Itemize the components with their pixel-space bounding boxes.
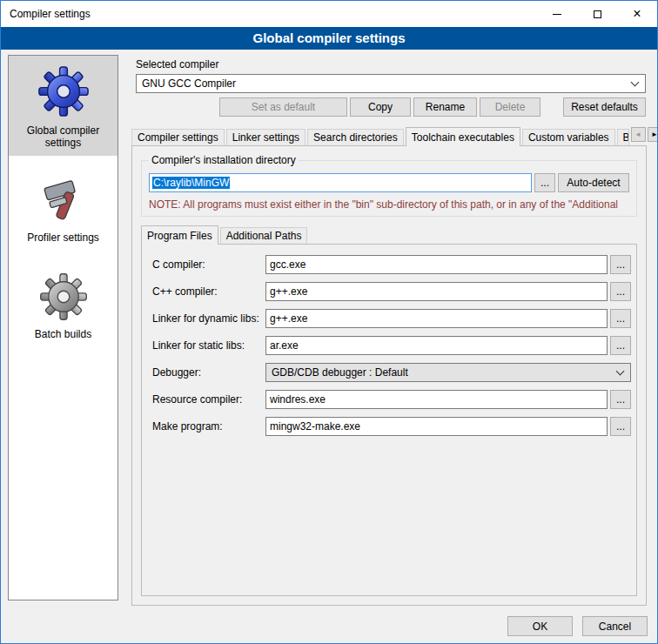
install-dir-value: C:\raylib\MinGW (152, 177, 230, 189)
static-linker-input[interactable] (265, 336, 608, 355)
dynamic-linker-input[interactable] (265, 309, 608, 328)
sidebar-item-global-compiler-settings[interactable]: Global compiler settings (9, 56, 118, 156)
reset-defaults-button[interactable]: Reset defaults (563, 97, 646, 117)
static-linker-browse-button[interactable]: ... (610, 336, 631, 355)
toolchain-executables-panel: Compiler's installation directory C:\ray… (131, 145, 647, 606)
tab-scroll-left-button[interactable]: ◄ (631, 127, 646, 142)
rename-button[interactable]: Rename (413, 97, 477, 117)
c-compiler-label: C compiler: (152, 258, 265, 271)
tab-scroll-right-button[interactable]: ► (648, 127, 658, 142)
debugger-label: Debugger: (152, 366, 265, 379)
tab-compiler-settings[interactable]: Compiler settings (131, 129, 225, 145)
sidebar-item-label: Global compiler settings (10, 124, 116, 149)
batch-builds-gear-icon (38, 272, 89, 322)
c-compiler-input[interactable] (265, 255, 608, 274)
close-button[interactable]: × (617, 1, 657, 27)
window-controls: × (537, 1, 657, 27)
cpp-compiler-label: C++ compiler: (152, 285, 265, 298)
sidebar-item-label: Profiler settings (27, 231, 99, 244)
installation-directory-group: Compiler's installation directory C:\ray… (141, 160, 637, 217)
selected-compiler-select[interactable]: GNU GCC Compiler (136, 74, 646, 93)
ok-button[interactable]: OK (507, 616, 573, 636)
program-files-tabs: Program Files Additional Paths (141, 225, 639, 244)
tab-scroll-controls: ◄ ► (631, 127, 658, 142)
installation-directory-title: Compiler's installation directory (149, 154, 299, 166)
maximize-button[interactable] (577, 1, 617, 27)
titlebar: Compiler settings × (1, 1, 657, 27)
minimize-button[interactable] (537, 1, 577, 27)
tab-build-options[interactable]: Buil (617, 129, 629, 145)
window-title: Compiler settings (1, 8, 91, 20)
compiler-gear-icon (37, 64, 91, 118)
field-row-debugger: Debugger: GDB/CDB debugger : Default (152, 363, 631, 382)
tab-program-files[interactable]: Program Files (141, 225, 218, 245)
program-files-panel: C compiler: ... C++ compiler: ... Linker… (141, 244, 637, 596)
make-program-browse-button[interactable]: ... (610, 417, 631, 436)
selected-compiler-label: Selected compiler (136, 58, 650, 70)
field-row-dynamic-linker: Linker for dynamic libs: ... (152, 309, 631, 328)
tab-toolchain-executables[interactable]: Toolchain executables (406, 127, 520, 146)
install-dir-browse-button[interactable]: ... (534, 173, 555, 192)
auto-detect-button[interactable]: Auto-detect (558, 173, 629, 192)
make-program-label: Make program: (152, 420, 265, 433)
compiler-settings-window: Compiler settings × Global compiler sett… (0, 0, 658, 644)
close-icon: × (633, 7, 641, 21)
main-content: Selected compiler GNU GCC Compiler Set a… (127, 53, 650, 606)
sidebar-item-label: Batch builds (35, 328, 91, 340)
compiler-settings-tabs: Compiler settings Linker settings Search… (131, 127, 647, 145)
field-row-cpp-compiler: C++ compiler: ... (152, 282, 631, 301)
maximize-icon (594, 10, 601, 18)
dialog-header-title: Global compiler settings (1, 27, 657, 50)
dynamic-linker-browse-button[interactable]: ... (610, 309, 631, 328)
minimize-icon (553, 14, 561, 15)
static-linker-label: Linker for static libs: (152, 339, 265, 352)
resource-compiler-label: Resource compiler: (152, 393, 265, 406)
tab-custom-variables[interactable]: Custom variables (522, 129, 615, 145)
sidebar-item-profiler-settings[interactable]: Profiler settings (9, 168, 118, 251)
make-program-input[interactable] (265, 417, 608, 436)
debugger-value: GDB/CDB debugger : Default (272, 366, 614, 379)
field-row-make-program: Make program: ... (152, 417, 631, 436)
profiler-tool-icon (39, 177, 88, 225)
c-compiler-browse-button[interactable]: ... (610, 255, 631, 274)
cpp-compiler-browse-button[interactable]: ... (610, 282, 631, 301)
debugger-select[interactable]: GDB/CDB debugger : Default (265, 363, 631, 382)
resource-compiler-input[interactable] (265, 390, 608, 409)
install-dir-input[interactable]: C:\raylib\MinGW (149, 173, 532, 192)
dynamic-linker-label: Linker for dynamic libs: (152, 312, 265, 325)
chevron-down-icon (631, 78, 640, 87)
selected-compiler-value: GNU GCC Compiler (142, 77, 628, 90)
field-row-static-linker: Linker for static libs: ... (152, 336, 631, 355)
compiler-actions: Set as default Copy Rename Delete Reset … (136, 97, 646, 117)
chevron-down-icon (616, 367, 625, 376)
tab-linker-settings[interactable]: Linker settings (226, 129, 306, 145)
delete-button: Delete (480, 97, 540, 117)
tab-additional-paths[interactable]: Additional Paths (220, 227, 308, 244)
sidebar-item-batch-builds[interactable]: Batch builds (9, 263, 118, 347)
field-row-resource-compiler: Resource compiler: ... (152, 390, 631, 409)
install-dir-note: NOTE: All programs must exist either in … (149, 198, 629, 211)
copy-button[interactable]: Copy (350, 97, 411, 117)
cpp-compiler-input[interactable] (265, 282, 608, 301)
settings-category-list: Global compiler settings Profiler settin… (8, 55, 118, 600)
cancel-button[interactable]: Cancel (582, 616, 648, 636)
field-row-c-compiler: C compiler: ... (152, 255, 631, 274)
resource-compiler-browse-button[interactable]: ... (610, 390, 631, 409)
set-as-default-button: Set as default (219, 97, 347, 117)
tab-search-directories[interactable]: Search directories (307, 129, 404, 145)
